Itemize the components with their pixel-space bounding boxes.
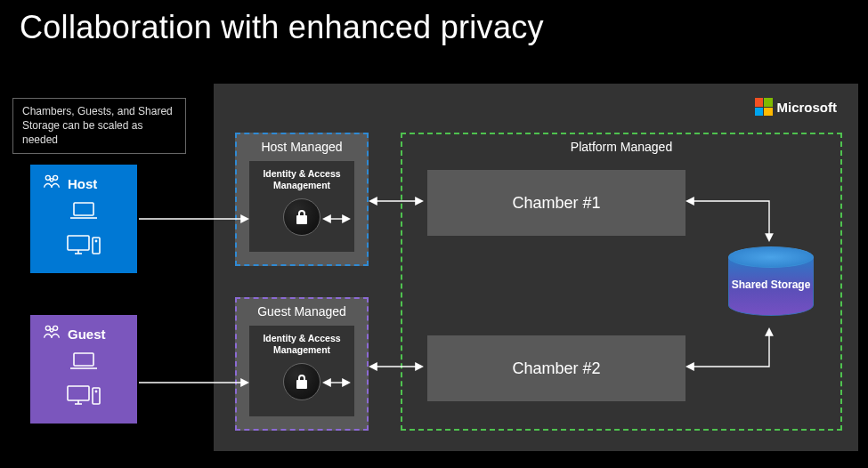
svg-point-9 — [50, 329, 53, 332]
lock-icon — [283, 363, 320, 400]
host-party-box: Host — [30, 165, 137, 273]
desktop-icon — [66, 234, 101, 261]
svg-point-6 — [95, 240, 96, 241]
host-iam-box: Identity & Access Management — [249, 161, 354, 252]
users-icon — [43, 324, 61, 343]
guest-label: Guest — [68, 327, 106, 342]
chamber-2: Chamber #2 — [427, 335, 685, 401]
guest-iam-box: Identity & Access Management — [249, 326, 354, 416]
chamber-1: Chamber #1 — [427, 170, 685, 236]
guest-managed-title: Guest Managed — [237, 299, 367, 322]
storage-cylinder-icon: Shared Storage — [728, 246, 814, 327]
platform-managed-box: Platform Managed Chamber #1 Chamber #2 S… — [401, 133, 842, 431]
svg-point-0 — [45, 175, 50, 180]
storage-label: Shared Storage — [728, 278, 814, 291]
shared-storage: Shared Storage — [728, 246, 814, 327]
host-label: Host — [68, 176, 97, 191]
users-icon — [43, 173, 61, 193]
microsoft-brand-text: Microsoft — [777, 100, 838, 115]
svg-rect-11 — [68, 386, 89, 400]
platform-managed-title: Platform Managed — [402, 134, 840, 159]
svg-rect-4 — [68, 236, 89, 250]
host-iam-label: Identity & Access Management — [249, 168, 354, 191]
svg-rect-3 — [74, 203, 93, 215]
laptop-icon — [69, 351, 99, 375]
page-title: Collaboration with enhanced privacy — [20, 9, 544, 46]
desktop-icon — [66, 384, 101, 411]
scale-note: Chambers, Guests, and Shared Storage can… — [12, 98, 186, 154]
host-managed-box: Host Managed Identity & Access Managemen… — [235, 133, 369, 266]
lock-icon — [283, 198, 320, 236]
svg-point-7 — [45, 326, 50, 330]
svg-rect-10 — [74, 353, 93, 366]
svg-point-2 — [50, 179, 53, 182]
host-managed-title: Host Managed — [237, 134, 367, 157]
guest-managed-box: Guest Managed Identity & Access Manageme… — [235, 297, 369, 431]
svg-point-8 — [53, 326, 58, 330]
guest-party-box: Guest — [30, 315, 137, 424]
svg-point-13 — [95, 391, 96, 391]
guest-iam-label: Identity & Access Management — [249, 333, 354, 356]
laptop-icon — [69, 200, 99, 225]
svg-point-1 — [53, 175, 58, 180]
microsoft-logo-icon — [755, 98, 773, 116]
main-container: Microsoft Host Managed Identity & Access… — [214, 84, 858, 451]
microsoft-logo: Microsoft — [755, 98, 838, 116]
